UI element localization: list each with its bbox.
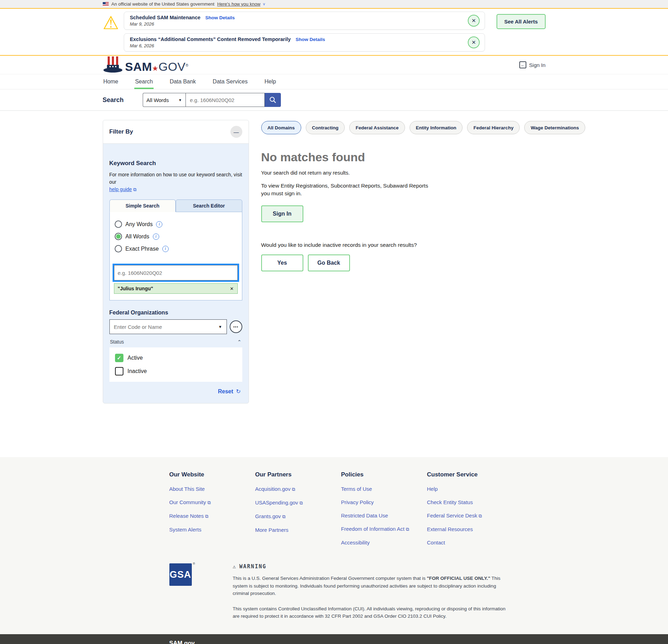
footer-link-our-community[interactable]: Our Community ⧉	[169, 499, 255, 506]
warning-title: WARNING	[239, 563, 266, 570]
sign-in-label: Sign In	[529, 62, 546, 68]
external-link-icon: ⧉	[299, 500, 303, 506]
checkbox-active[interactable]: ✓	[115, 354, 123, 362]
alert-card-maintenance: Scheduled SAM Maintenance Show Details M…	[124, 12, 485, 30]
footer-link-more-partners[interactable]: More Partners	[255, 527, 341, 533]
info-icon[interactable]: i	[162, 246, 169, 252]
reset-link[interactable]: Reset	[218, 388, 234, 395]
show-details-link[interactable]: Show Details	[205, 15, 235, 20]
nav-item-data-bank[interactable]: Data Bank	[169, 74, 197, 89]
caret-down-icon: ▼	[218, 325, 222, 329]
nav-item-data-services[interactable]: Data Services	[212, 74, 249, 89]
radio-exact-phrase[interactable]	[115, 245, 122, 252]
sign-in-note: To view Entity Registrations, Subcontrac…	[261, 182, 433, 198]
sam-gov-logo[interactable]: SAM★GOV®	[103, 56, 189, 74]
checkbox-inactive-label: Inactive	[128, 368, 147, 374]
tab-search-editor[interactable]: Search Editor	[176, 199, 242, 212]
alert-date: Mar 6, 2026	[130, 43, 468, 48]
yes-button[interactable]: Yes	[261, 255, 303, 271]
close-icon[interactable]: ✕	[468, 15, 480, 27]
external-link-icon: ⧉	[282, 514, 285, 519]
gsa-registered-mark: ®	[193, 562, 195, 565]
domain-pill-federal-hierarchy[interactable]: Federal Hierarchy	[467, 121, 520, 134]
status-options-box: ✓ Active Inactive	[109, 347, 242, 382]
footer-link-federal-service-desk[interactable]: Federal Service Desk ⧉	[427, 513, 513, 519]
site-header: SAM★GOV® ← Sign In	[0, 56, 668, 74]
federal-organizations-combobox[interactable]: ▼	[109, 319, 227, 334]
footer-link-terms-of-use[interactable]: Terms of Use	[341, 486, 427, 492]
external-link-icon: ⧉	[133, 187, 136, 192]
footer-link-grants-gov[interactable]: Grants.gov ⧉	[255, 513, 341, 520]
help-guide-link[interactable]: help guide	[109, 187, 132, 192]
checkbox-inactive[interactable]	[115, 367, 123, 375]
keyword-search-input[interactable]	[114, 265, 238, 280]
tab-simple-search[interactable]: Simple Search	[109, 199, 176, 212]
radio-any-words[interactable]	[115, 221, 122, 228]
footer-link-about-this-site[interactable]: About This Site	[169, 486, 255, 492]
alert-title: Scheduled SAM Maintenance	[130, 15, 200, 20]
logo-star-icon: ★	[152, 65, 158, 72]
footer-link-privacy-policy[interactable]: Privacy Policy	[341, 499, 427, 505]
footer-col-title: Policies	[341, 471, 427, 478]
footer-link-release-notes[interactable]: Release Notes ⧉	[169, 513, 255, 519]
footer-link-check-entity-status[interactable]: Check Entity Status	[427, 499, 513, 505]
external-link-icon: ⧉	[292, 487, 295, 492]
sign-in-icon: ←	[519, 61, 526, 68]
external-link-icon: ⧉	[208, 500, 211, 505]
how-you-know-link[interactable]: Here's how you know	[217, 1, 260, 7]
no-matches-subtext: Your search did not return any results.	[261, 170, 585, 176]
footer-link-restricted-data-use[interactable]: Restricted Data Use	[341, 513, 427, 518]
warning-triangle-icon: ⚠	[233, 563, 237, 570]
see-all-alerts-button[interactable]: See All Alerts	[497, 14, 546, 29]
include-inactive-question: Would you like to include inactive recor…	[261, 242, 585, 248]
search-submit-button[interactable]	[265, 93, 281, 107]
domain-pill-entity-information[interactable]: Entity Information	[410, 121, 463, 134]
federal-organizations-input[interactable]	[114, 324, 218, 330]
sign-in-button[interactable]: Sign In	[261, 205, 303, 222]
show-details-link[interactable]: Show Details	[296, 37, 325, 42]
alert-date: Mar 9, 2026	[130, 21, 468, 27]
search-mode-select[interactable]: All Words ▼	[143, 93, 185, 107]
nav-item-help[interactable]: Help	[264, 74, 277, 89]
footer-col-title: Our Website	[169, 471, 255, 478]
footer-link-foia[interactable]: Freedom of Information Act ⧉	[341, 526, 427, 532]
uncle-sam-hat-icon	[103, 56, 123, 74]
search-bar-section: Search All Words ▼	[0, 89, 668, 111]
search-label: Search	[103, 96, 124, 104]
info-icon[interactable]: i	[153, 233, 159, 240]
footer-col-title: Our Partners	[255, 471, 341, 478]
alert-title: Exclusions “Additional Comments” Content…	[130, 36, 291, 42]
footer-link-help[interactable]: Help	[427, 486, 513, 492]
keyword-chip-label: "Julius Irungu"	[118, 286, 153, 291]
collapse-filter-button[interactable]: —	[230, 126, 242, 138]
footer-link-external-resources[interactable]: External Resources	[427, 526, 513, 532]
header-sign-in-link[interactable]: ← Sign In	[519, 61, 546, 68]
domain-pill-all-domains[interactable]: All Domains	[261, 121, 301, 134]
close-icon[interactable]: ✕	[468, 36, 480, 48]
chevron-up-icon[interactable]: ⌃	[237, 339, 242, 345]
nav-item-home[interactable]: Home	[103, 74, 119, 89]
nav-item-search[interactable]: Search	[134, 74, 154, 89]
warning-triangle-icon: ⚠	[103, 14, 119, 32]
warning-paragraph-2: This system contains Controlled Unclassi…	[233, 605, 513, 620]
simple-search-panel: Any Words i All Words i Exact Phrase i	[109, 212, 242, 300]
footer-link-system-alerts[interactable]: System Alerts	[169, 527, 255, 533]
footer-link-accessibility[interactable]: Accessibility	[341, 540, 427, 545]
footer-link-acquisition-gov[interactable]: Acquisition.gov ⧉	[255, 486, 341, 492]
reset-icon: ↻	[236, 388, 241, 395]
gov-banner-text: An official website of the United States…	[112, 1, 215, 7]
go-back-button[interactable]: Go Back	[308, 255, 350, 271]
info-icon[interactable]: i	[156, 221, 162, 228]
external-link-icon: ⧉	[406, 527, 409, 532]
more-options-icon[interactable]: •••	[230, 320, 242, 333]
radio-all-words[interactable]	[115, 233, 122, 240]
domain-pill-federal-assistance[interactable]: Federal Assistance	[349, 121, 405, 134]
footer-link-usaspending-gov[interactable]: USASpending.gov ⧉	[255, 500, 341, 506]
footer-link-contact[interactable]: Contact	[427, 540, 513, 545]
footer-sam-gov-title: SAM.gov	[169, 640, 513, 644]
domain-pill-wage-determinations[interactable]: Wage Determinations	[524, 121, 585, 134]
logo-gov-text: GOV	[158, 60, 185, 73]
domain-pill-contracting[interactable]: Contracting	[306, 121, 345, 134]
global-search-input[interactable]	[185, 93, 265, 107]
chip-close-icon[interactable]: ✕	[230, 286, 234, 291]
